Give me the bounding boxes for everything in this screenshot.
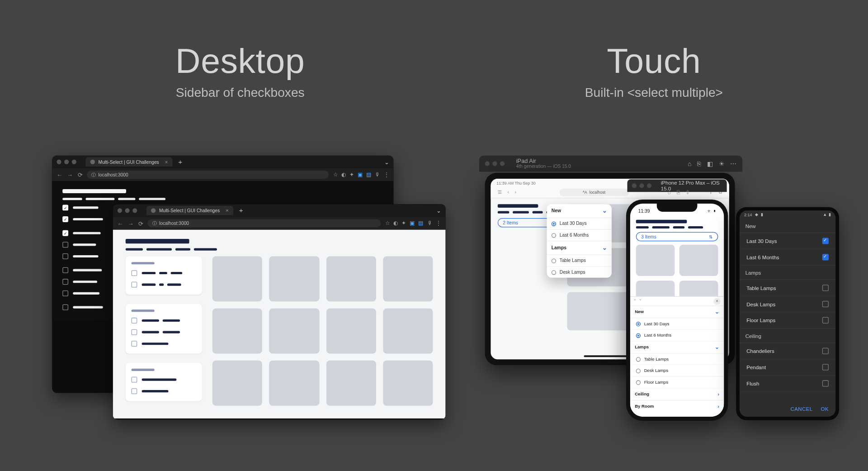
result-tile[interactable] bbox=[326, 308, 376, 353]
option-desk-lamps[interactable]: Desk Lamps bbox=[547, 266, 612, 278]
option-last-6-months[interactable]: Last 6 Months bbox=[740, 249, 835, 266]
desktop-heading: Desktop Sidebar of checkboxes bbox=[70, 41, 411, 100]
option-last-6-months[interactable]: Last 6 Months bbox=[547, 229, 612, 241]
option-desk-lamps[interactable]: Desk Lamps bbox=[630, 365, 724, 377]
iphone-time: 11:39 bbox=[638, 209, 650, 214]
page-lightmode bbox=[113, 229, 446, 418]
screenshot-icon: ⎘ bbox=[697, 160, 701, 167]
nav-forward-icon[interactable]: › bbox=[515, 190, 516, 195]
close-tab-icon[interactable]: × bbox=[226, 207, 229, 213]
option-desk-lamps[interactable]: Desk Lamps bbox=[740, 296, 835, 312]
group-ceiling-label: Ceiling bbox=[740, 328, 835, 343]
star-icon: ☆ bbox=[333, 171, 338, 177]
nav-forward-icon[interactable]: → bbox=[128, 220, 134, 226]
new-tab-button[interactable]: + bbox=[239, 206, 243, 214]
option-floor-lamps[interactable]: Floor Lamps bbox=[630, 376, 724, 388]
filter-option[interactable] bbox=[132, 388, 196, 394]
ipad-selected-label: 2 Items bbox=[503, 220, 518, 225]
option-pendant[interactable]: Pendant bbox=[740, 359, 835, 376]
home-icon: ⌂ bbox=[688, 160, 692, 167]
option-last-6-months[interactable]: Last 6 Months bbox=[630, 330, 724, 342]
option-chandeliers[interactable]: Chandeliers bbox=[740, 343, 835, 359]
star-icon: ☆ bbox=[385, 220, 390, 226]
result-tile[interactable] bbox=[212, 256, 262, 301]
result-tile[interactable] bbox=[212, 308, 262, 353]
site-info-icon[interactable]: ⓘ bbox=[152, 220, 157, 226]
window-menu-icon[interactable]: ⌄ bbox=[436, 207, 441, 214]
close-icon[interactable]: × bbox=[713, 297, 720, 304]
option-table-lamps[interactable]: Table Lamps bbox=[740, 280, 835, 296]
nav-back-icon[interactable]: ← bbox=[57, 171, 62, 177]
result-tile[interactable] bbox=[326, 256, 376, 301]
option-last-30-days[interactable]: Last 30 Days bbox=[547, 217, 612, 229]
ipad-sim-name: iPad Air bbox=[516, 157, 571, 164]
filter-option[interactable] bbox=[132, 329, 196, 335]
url-text: localhost:3000 bbox=[99, 172, 128, 177]
next-icon[interactable]: ˅ bbox=[639, 298, 642, 304]
android-statusbar: 2:14 ◆▮ ▲▮ bbox=[740, 210, 835, 219]
ipad-status-left: 11:39 AM Thu Sep 30 bbox=[496, 181, 536, 185]
close-tab-icon[interactable]: × bbox=[165, 159, 168, 165]
reload-icon[interactable]: ⟳ bbox=[138, 220, 143, 226]
filter-option[interactable] bbox=[132, 281, 196, 287]
radio-off-icon bbox=[636, 368, 641, 373]
browser-tab[interactable]: Multi-Select | GUI Challenges × bbox=[85, 157, 172, 166]
filter-group-card bbox=[126, 256, 202, 294]
ok-button[interactable]: OK bbox=[821, 406, 829, 412]
site-info-icon[interactable]: ⓘ bbox=[91, 171, 96, 177]
new-tab-button[interactable]: + bbox=[178, 157, 182, 166]
traffic-lights[interactable] bbox=[118, 208, 137, 213]
result-tile[interactable] bbox=[212, 360, 262, 405]
filter-option[interactable] bbox=[132, 270, 196, 276]
filter-option[interactable] bbox=[132, 341, 196, 347]
address-bar[interactable]: ⓘ localhost:3000 bbox=[147, 219, 381, 227]
result-tile[interactable] bbox=[636, 244, 675, 276]
group-new-label: New bbox=[552, 208, 561, 214]
result-tile[interactable] bbox=[269, 308, 319, 353]
option-table-lamps[interactable]: Table Lamps bbox=[630, 353, 724, 365]
result-tile[interactable] bbox=[383, 256, 433, 301]
traffic-lights[interactable] bbox=[632, 183, 652, 188]
traffic-lights[interactable] bbox=[57, 159, 76, 164]
result-tile[interactable] bbox=[383, 360, 433, 405]
filter-option[interactable] bbox=[132, 376, 196, 382]
extension-icons[interactable]: ☆ ◐ ✦ ▣ ▤ 🎙 ⋮ bbox=[333, 171, 389, 177]
result-tile[interactable] bbox=[326, 360, 376, 405]
iphone-device: 11:39 ᯤ ▮ 3 Items ⇅ bbox=[626, 199, 728, 420]
ipad-select-popover[interactable]: New ⌄ Last 30 Days Last 6 Months Lamps ⌄… bbox=[547, 204, 612, 278]
group-new-label: New bbox=[740, 219, 835, 233]
sidebar-toggle-icon[interactable]: ☰ bbox=[498, 190, 502, 195]
extension-icons[interactable]: ☆ ◐ ✦ ▣ ▤ 🎙 ⋮ bbox=[385, 220, 441, 226]
option-last-30-days[interactable]: Last 30 Days bbox=[740, 233, 835, 249]
iphone-select-sheet[interactable]: ˄˅ × New ⌄ Last 30 Days Last 6 Months La… bbox=[630, 296, 724, 416]
mic-icon: 🎙 bbox=[427, 220, 433, 226]
ipad-address-bar[interactable]: ᴬA localhost bbox=[559, 188, 629, 196]
option-table-lamps[interactable]: Table Lamps bbox=[547, 254, 612, 266]
traffic-lights[interactable] bbox=[485, 161, 505, 166]
radio-off-icon bbox=[636, 380, 641, 384]
filter-option[interactable] bbox=[132, 318, 196, 324]
option-last-30-days[interactable]: Last 30 Days bbox=[630, 318, 724, 330]
option-floor-lamps[interactable]: Floor Lamps bbox=[740, 312, 835, 328]
option-flush[interactable]: Flush bbox=[740, 376, 835, 392]
address-bar[interactable]: ⓘ localhost:3000 bbox=[87, 170, 329, 178]
prev-icon[interactable]: ˄ bbox=[634, 298, 636, 304]
nav-back-icon[interactable]: ← bbox=[118, 220, 123, 226]
window-menu-icon[interactable]: ⌄ bbox=[384, 158, 389, 165]
filter-group-card bbox=[126, 304, 202, 353]
kebab-icon: ⋮ bbox=[436, 220, 441, 226]
result-tile[interactable] bbox=[383, 308, 433, 353]
iphone-status-icons: ᯤ ▮ bbox=[708, 209, 716, 214]
nav-back-icon[interactable]: ‹ bbox=[508, 190, 509, 195]
cancel-button[interactable]: CANCEL bbox=[791, 406, 813, 412]
browser-tab[interactable]: Multi-Select | GUI Challenges × bbox=[146, 206, 233, 215]
reload-icon[interactable]: ⟳ bbox=[78, 171, 82, 177]
result-tile[interactable] bbox=[679, 244, 718, 276]
simulator-toolbar-icons[interactable]: ⌂ ⎘ ◧ ☀ ⋯ bbox=[688, 160, 736, 167]
iphone-simulator-toolbar[interactable]: ⌂⎘⇪ bbox=[653, 188, 705, 196]
iphone-multiselect[interactable]: 3 Items ⇅ bbox=[636, 232, 718, 241]
group-ceiling-label: Ceiling bbox=[635, 391, 649, 397]
nav-forward-icon[interactable]: → bbox=[67, 171, 73, 177]
result-tile[interactable] bbox=[269, 256, 319, 301]
result-tile[interactable] bbox=[269, 360, 319, 405]
